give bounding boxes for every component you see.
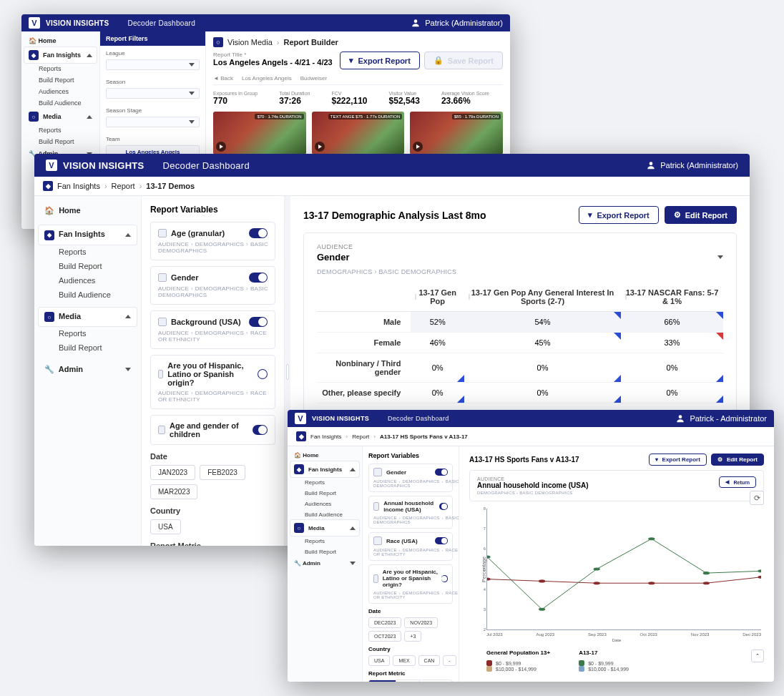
nav-media[interactable]: ○Media <box>24 109 97 124</box>
country-pill[interactable]: USA <box>368 655 390 666</box>
metric-option[interactable]: Percent % <box>369 680 396 682</box>
nav-media[interactable]: ○Media <box>290 520 359 536</box>
country-pill[interactable]: - <box>443 655 456 666</box>
variable-card[interactable]: Are you of Hispanic, Latino or Spanish o… <box>368 564 453 604</box>
metric-option[interactable]: Response Count <box>420 680 453 682</box>
date-pill[interactable]: MAR2023 <box>150 484 197 499</box>
toggle-switch[interactable] <box>441 575 448 582</box>
edit-report-button[interactable]: ⚙ Edit Report <box>711 454 764 466</box>
nav-fan-insights[interactable]: ◆Fan Insights <box>290 461 359 477</box>
crumb-root[interactable]: Fan Insights <box>310 433 342 440</box>
nav-fan-insights[interactable]: ◆Fan Insights <box>39 225 137 245</box>
crumb-root[interactable]: Vision Media <box>227 38 273 46</box>
export-report-button[interactable]: ▾ Export Report <box>579 206 658 224</box>
toggle-switch[interactable] <box>253 425 268 435</box>
metric-option[interactable]: Index <box>452 680 453 682</box>
nav-media[interactable]: ○Media <box>39 308 137 327</box>
toggle-switch[interactable] <box>249 228 268 238</box>
dashboard-link[interactable]: Decoder Dashboard <box>163 160 250 171</box>
checkbox-icon[interactable] <box>158 229 167 237</box>
nav-fi-reports[interactable]: Reports <box>290 477 359 488</box>
filter-league-select[interactable] <box>106 59 200 70</box>
country-pill[interactable]: MEX <box>393 655 415 666</box>
checkbox-icon[interactable] <box>158 273 167 282</box>
nav-fi-build-report[interactable]: Build Report <box>24 74 97 86</box>
crumb-mid[interactable]: Report <box>112 182 135 190</box>
checkbox-icon[interactable] <box>158 318 167 326</box>
export-report-button[interactable]: ▾ Export Report <box>340 52 419 69</box>
checkbox-icon[interactable] <box>373 502 379 511</box>
nav-home[interactable]: 🏠 Home <box>39 202 137 220</box>
country-pill[interactable]: CAN <box>418 655 441 666</box>
nav-fi-audiences[interactable]: Audiences <box>290 499 359 509</box>
checkbox-icon[interactable] <box>158 426 165 434</box>
nav-media-reports[interactable]: Reports <box>24 124 97 136</box>
dashboard-link[interactable]: Decoder Dashboard <box>388 415 449 422</box>
dashboard-link[interactable]: Decoder Dashboard <box>127 19 195 27</box>
metric-option[interactable]: Market Size <box>396 680 420 682</box>
toggle-switch[interactable] <box>435 537 448 544</box>
nav-media-reports[interactable]: Reports <box>39 326 137 340</box>
crumb-root[interactable]: Fan Insights <box>57 182 100 190</box>
nav-media-reports[interactable]: Reports <box>290 536 359 546</box>
checkbox-icon[interactable] <box>373 574 378 583</box>
crumb-mid[interactable]: Report <box>352 433 369 440</box>
nav-fi-build-audience[interactable]: Build Audience <box>24 97 97 109</box>
nav-fi-audiences[interactable]: Audiences <box>24 86 97 97</box>
toggle-switch[interactable] <box>249 273 268 283</box>
current-user[interactable]: Patrick (Administrator) <box>411 18 503 28</box>
date-pill[interactable]: NOV2023 <box>404 617 438 628</box>
refresh-chart-button[interactable]: ⟳ <box>750 491 764 505</box>
nav-fi-build-report[interactable]: Build Report <box>39 259 137 273</box>
nav-home[interactable]: 🏠 Home <box>290 449 359 461</box>
nav-fi-build-audience[interactable]: Build Audience <box>290 509 359 520</box>
export-report-button[interactable]: ▾ Export Report <box>649 454 707 466</box>
scroll-to-top-button[interactable]: ⌃ <box>751 650 764 662</box>
date-pill[interactable]: OCT2023 <box>368 631 401 642</box>
nav-admin[interactable]: 🔧 Admin <box>290 557 359 569</box>
nav-fi-build-audience[interactable]: Build Audience <box>39 288 137 302</box>
filter-stage-select[interactable] <box>106 117 200 127</box>
edit-report-button[interactable]: ⚙ Edit Report <box>665 206 737 224</box>
nav-admin[interactable]: 🔧 Admin <box>39 361 137 378</box>
metric-selector[interactable]: Percent %Market SizeResponse CountIndex <box>368 680 453 682</box>
toggle-switch[interactable] <box>258 369 268 379</box>
nav-fi-build-report[interactable]: Build Report <box>290 488 359 499</box>
date-pill[interactable]: JAN2023 <box>150 465 195 480</box>
nav-fi-reports[interactable]: Reports <box>24 63 97 74</box>
panel-collapse-icon[interactable] <box>717 255 723 259</box>
save-report-button[interactable]: 🔒 Save Report <box>424 52 503 69</box>
table-col-header[interactable]: 13-17 Gen Pop <box>411 283 464 312</box>
variable-card[interactable]: Gender AUDIENCE›DEMOGRAPHICS›BASIC DEMOG… <box>368 464 453 492</box>
nav-fi-reports[interactable]: Reports <box>39 245 137 259</box>
variable-card[interactable]: Background (USA) AUDIENCE›DEMOGRAPHICS›R… <box>150 310 275 349</box>
nav-fan-insights[interactable]: ◆Fan Insights <box>24 47 97 63</box>
toggle-switch[interactable] <box>249 317 268 327</box>
variable-card[interactable]: Annual household income (USA) AUDIENCE›D… <box>368 496 453 529</box>
toggle-switch[interactable] <box>439 503 448 510</box>
nav-media-build-report[interactable]: Build Report <box>39 340 137 355</box>
nav-fi-audiences[interactable]: Audiences <box>39 273 137 288</box>
return-button[interactable]: ◀ Return <box>719 476 756 488</box>
checkbox-icon[interactable] <box>158 370 163 378</box>
tab-budweiser[interactable]: Budweiser <box>300 75 327 84</box>
checkbox-icon[interactable] <box>373 468 382 476</box>
country-pill[interactable]: USA <box>150 519 181 534</box>
variable-card[interactable]: Age and gender of children <box>150 415 275 445</box>
current-user[interactable]: Patrick (Administrator) <box>646 160 738 170</box>
table-col-header[interactable]: 13-17 NASCAR Fans: 5-7 & 1% <box>621 283 723 312</box>
variable-card[interactable]: Are you of Hispanic, Latino or Spanish o… <box>150 355 275 409</box>
toggle-switch[interactable] <box>435 469 448 476</box>
nav-media-build-report[interactable]: Build Report <box>290 546 359 557</box>
filter-season-select[interactable] <box>106 88 200 99</box>
variable-card[interactable]: Race (USA) AUDIENCE›DEMOGRAPHICS›RACE OR… <box>368 532 453 561</box>
tab-angels[interactable]: Los Angeles Angels <box>242 75 292 84</box>
nav-media-build-report[interactable]: Build Report <box>24 136 97 147</box>
variable-card[interactable]: Age (granular) AUDIENCE›DEMOGRAPHICS›BAS… <box>150 222 275 260</box>
checkbox-icon[interactable] <box>373 536 382 545</box>
date-pill[interactable]: +3 <box>404 631 421 642</box>
variable-card[interactable]: Gender AUDIENCE›DEMOGRAPHICS›BASIC DEMOG… <box>150 266 275 305</box>
date-pill[interactable]: FEB2023 <box>200 465 245 480</box>
tab-back[interactable]: ◄ Back <box>213 75 233 84</box>
current-user[interactable]: Patrick - Administrator <box>675 413 767 423</box>
